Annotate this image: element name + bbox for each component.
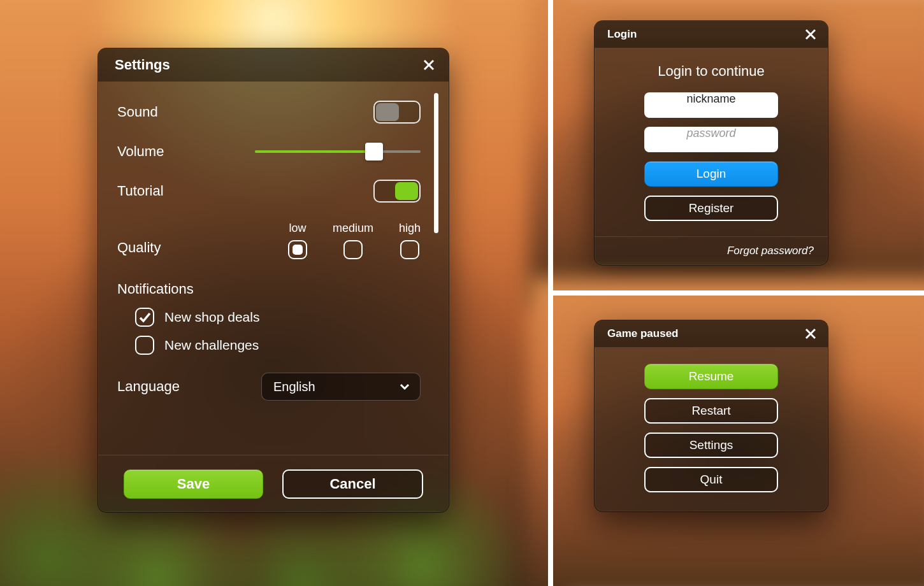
login-modal: Login Login to continue nickname passwor… — [594, 20, 828, 266]
login-header: Login — [595, 21, 828, 48]
pause-modal: Game paused Resume Restart Settings Quit — [594, 320, 828, 512]
checkbox-label: New shop deals — [164, 310, 259, 325]
register-button[interactable]: Register — [644, 196, 778, 221]
quit-button[interactable]: Quit — [644, 467, 778, 492]
checkbox-label: New challenges — [164, 338, 259, 353]
login-footer: Forgot password? — [595, 236, 828, 265]
quality-radio-high[interactable] — [400, 240, 419, 259]
checkbox-new-challenges[interactable] — [135, 336, 154, 355]
resume-button[interactable]: Resume — [644, 364, 778, 389]
tutorial-toggle[interactable] — [373, 180, 421, 203]
settings-body: Sound Volume Tutorial Quality — [98, 82, 449, 456]
tutorial-label: Tutorial — [117, 183, 164, 199]
restart-button[interactable]: Restart — [644, 398, 778, 424]
forgot-password-link[interactable]: Forgot password? — [727, 245, 814, 257]
sound-toggle[interactable] — [373, 101, 421, 124]
checkbox-new-shop-deals[interactable] — [135, 308, 154, 327]
pause-header: Game paused — [595, 320, 828, 347]
volume-slider[interactable] — [255, 143, 421, 161]
save-button[interactable]: Save — [124, 469, 263, 499]
language-dropdown[interactable]: English — [261, 373, 421, 401]
pause-title: Game paused — [607, 327, 679, 340]
quality-radio-medium[interactable] — [343, 240, 363, 259]
settings-footer: Save Cancel — [98, 455, 449, 512]
close-icon[interactable] — [802, 26, 819, 43]
password-input[interactable]: password — [644, 127, 778, 152]
login-heading: Login to continue — [612, 63, 810, 80]
quality-label: Quality — [117, 239, 161, 256]
scrollbar[interactable] — [434, 93, 438, 399]
quality-option-high-label: high — [399, 222, 421, 235]
settings-button[interactable]: Settings — [644, 432, 778, 458]
chevron-down-icon — [400, 382, 410, 392]
quality-radio-group: low medium high — [288, 222, 421, 259]
cancel-button[interactable]: Cancel — [282, 469, 423, 499]
quality-radio-low[interactable] — [288, 240, 307, 259]
language-value: English — [273, 380, 315, 394]
notifications-title: Notifications — [117, 281, 421, 297]
settings-header: Settings — [98, 48, 449, 82]
close-icon[interactable] — [802, 325, 819, 342]
settings-title: Settings — [115, 57, 170, 73]
volume-label: Volume — [117, 143, 164, 160]
settings-modal: Settings Sound Volume — [97, 48, 449, 513]
login-body: Login to continue nickname password Logi… — [595, 48, 828, 236]
nickname-input[interactable]: nickname — [644, 92, 778, 118]
quality-option-medium-label: medium — [333, 222, 373, 235]
quality-option-low-label: low — [289, 222, 306, 235]
pause-body: Resume Restart Settings Quit — [595, 347, 828, 511]
login-button[interactable]: Login — [644, 161, 778, 187]
language-label: Language — [117, 378, 180, 395]
close-icon[interactable] — [421, 57, 437, 73]
login-title: Login — [607, 28, 637, 41]
sound-label: Sound — [117, 104, 158, 120]
scrollbar-thumb[interactable] — [434, 93, 438, 233]
